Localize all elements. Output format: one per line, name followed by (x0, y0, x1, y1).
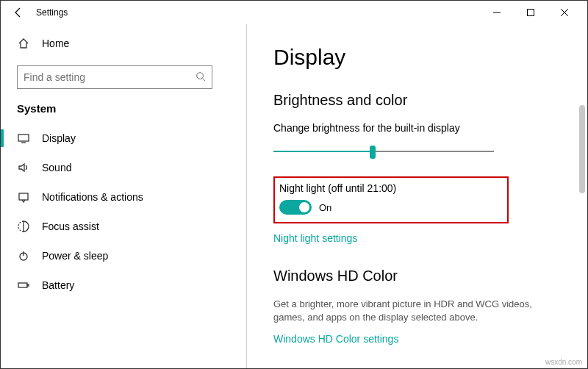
search-input[interactable] (17, 65, 212, 89)
nav-label: Notifications & actions (42, 191, 143, 203)
nav-label: Sound (42, 162, 71, 173)
search-icon (196, 71, 206, 84)
nav-display[interactable]: Display (1, 123, 246, 153)
minimize-button[interactable] (480, 1, 514, 24)
section-hdcolor-heading: Windows HD Color (273, 268, 561, 284)
nav-notifications[interactable]: Notifications & actions (1, 182, 246, 212)
home-label: Home (42, 37, 69, 49)
nav-sound[interactable]: Sound (1, 153, 246, 182)
svg-line-3 (203, 78, 206, 81)
nav-power-sleep[interactable]: Power & sleep (1, 241, 246, 271)
display-icon (17, 132, 30, 145)
svg-point-2 (197, 72, 204, 79)
svg-rect-10 (27, 284, 29, 286)
sound-icon (17, 161, 30, 174)
hdcolor-settings-link[interactable]: Windows HD Color settings (273, 333, 398, 345)
nav-focus-assist[interactable]: Focus assist (1, 212, 246, 241)
svg-rect-9 (18, 283, 27, 287)
window-title: Settings (36, 7, 68, 18)
power-icon (17, 249, 30, 262)
section-brightness-heading: Brightness and color (273, 92, 561, 109)
svg-rect-4 (18, 135, 29, 141)
brightness-slider[interactable] (273, 143, 494, 160)
content-pane: Display Brightness and color Change brig… (247, 24, 587, 368)
maximize-button[interactable] (514, 1, 548, 24)
nav-label: Battery (42, 279, 74, 291)
toggle-state: On (319, 202, 331, 213)
svg-rect-6 (19, 193, 28, 200)
night-light-group: Night light (off until 21:00) On (273, 176, 509, 223)
close-button[interactable] (548, 1, 581, 24)
category-title: System (1, 96, 246, 123)
night-light-label: Night light (off until 21:00) (279, 182, 501, 194)
page-title: Display (273, 45, 561, 70)
notifications-icon (17, 190, 30, 204)
svg-rect-1 (528, 10, 534, 16)
watermark: wsxdn.com (545, 358, 582, 366)
nav-battery[interactable]: Battery (1, 271, 246, 300)
back-button[interactable] (7, 7, 30, 18)
home-icon (17, 37, 30, 50)
night-light-toggle[interactable] (279, 200, 312, 215)
nav-label: Focus assist (42, 221, 99, 232)
brightness-label: Change brightness for the built-in displ… (273, 122, 561, 134)
battery-icon (17, 279, 30, 292)
sidebar: Home System Display Sound Notifications … (1, 24, 247, 368)
nav-label: Display (42, 132, 76, 144)
nav-label: Power & sleep (42, 250, 108, 262)
home-nav[interactable]: Home (1, 29, 246, 58)
focus-icon (17, 220, 30, 233)
search-field[interactable] (24, 71, 196, 83)
night-light-settings-link[interactable]: Night light settings (273, 232, 357, 244)
titlebar: Settings (1, 1, 587, 24)
hdcolor-desc: Get a brighter, more vibrant picture in … (273, 298, 553, 324)
scrollbar-thumb[interactable] (579, 105, 585, 193)
